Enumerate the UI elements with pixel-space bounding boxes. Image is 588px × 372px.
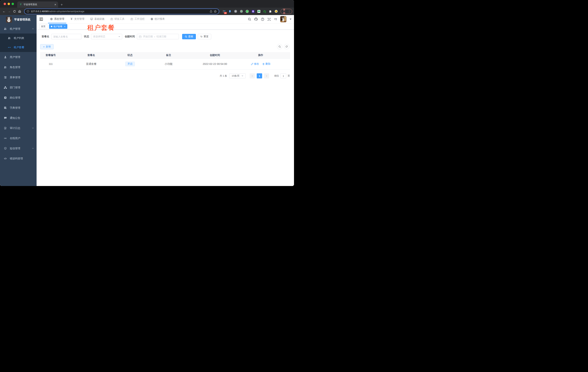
refresh-table-icon[interactable]: [284, 44, 289, 49]
table-setting-buttons: [277, 44, 289, 49]
goto-page-input[interactable]: [280, 73, 286, 78]
sidebar-item-post-mgmt[interactable]: 岗位管理: [0, 93, 37, 103]
nav-item-devtools[interactable]: 研发工具: [108, 15, 126, 23]
table-header-row: 套餐编号 套餐名 状态 备注 创建时间 操作: [40, 52, 290, 58]
caret-down-icon[interactable]: [290, 19, 292, 20]
fullscreen-icon[interactable]: [267, 17, 271, 21]
reset-button-label: 重置: [204, 35, 209, 38]
profile-avatar-icon[interactable]: [275, 10, 278, 13]
package-name-input[interactable]: [51, 34, 82, 39]
sidebar-item-user-mgmt[interactable]: 用户管理: [0, 52, 37, 62]
new-tab-button[interactable]: +: [61, 3, 63, 7]
goto-label: 前往: [274, 74, 279, 77]
nav-item-system[interactable]: 系统管理: [48, 15, 66, 23]
filter-status-label: 状态: [84, 35, 89, 38]
help-icon[interactable]: [261, 17, 264, 21]
font-size-icon[interactable]: TT: [274, 17, 277, 21]
error-code-icon: [4, 157, 7, 160]
sidebar-item-error-code[interactable]: 错误码管理: [0, 153, 37, 164]
sidebar-item-dict-mgmt[interactable]: 字典管理: [0, 103, 37, 113]
header-right-icons: TT 0:3069: [248, 15, 292, 23]
url-bar[interactable]: 127.0.0.1:48080/admin-ui/system/tenant/p…: [24, 9, 219, 14]
nav-item-infra[interactable]: 基础设施: [88, 15, 106, 23]
nav-item-label: 工作流程: [135, 17, 145, 21]
extension-shield-icon[interactable]: [252, 10, 254, 13]
home-icon[interactable]: [17, 9, 22, 14]
extension-command-icon[interactable]: ⌘: [234, 10, 237, 13]
column-header: 操作: [231, 52, 290, 58]
zoom-window-button[interactable]: [11, 3, 14, 5]
sidebar-item-label: 岗位管理: [10, 96, 34, 99]
sidebar-item-dept-mgmt[interactable]: 部门管理: [0, 82, 37, 93]
sidebar-item-tenant-package[interactable]: 租户套餐: [0, 43, 37, 52]
close-icon[interactable]: ✕: [64, 25, 65, 28]
search-button[interactable]: 搜索: [182, 34, 196, 39]
back-icon[interactable]: ←: [2, 9, 6, 14]
table-toolbar: + 新增: [40, 44, 290, 49]
nav-item-label: 系统管理: [54, 17, 64, 21]
nav-item-workflow[interactable]: 工作流程: [128, 15, 147, 23]
tab-active-dot-icon: [51, 26, 52, 27]
svg-text:⌘: ⌘: [235, 11, 236, 12]
prev-page-button[interactable]: [250, 73, 255, 78]
reset-button[interactable]: ↻ 重置: [198, 34, 211, 39]
add-button[interactable]: + 新增: [40, 44, 53, 49]
extension-chat-icon[interactable]: [257, 10, 260, 13]
sidebar-item-online-users[interactable]: 在线用户: [0, 133, 37, 143]
search-icon[interactable]: [248, 17, 251, 21]
url-text[interactable]: 127.0.0.1:48080/admin-ui/system/tenant/p…: [31, 10, 208, 13]
sidebar-logo-row[interactable]: 芋道管理系统: [0, 15, 37, 24]
extension-y-icon[interactable]: y: [246, 10, 249, 13]
date-start-placeholder: 开始日期: [143, 35, 153, 38]
sidebar-item-menu-mgmt[interactable]: 菜单管理: [0, 72, 37, 82]
site-info-icon[interactable]: [27, 10, 29, 13]
status-select[interactable]: 请选择状态: [91, 34, 122, 39]
chrome-menu-kebab-icon[interactable]: ⋮: [288, 10, 291, 13]
sidebar-item-role-mgmt[interactable]: 角色管理: [0, 62, 37, 72]
share-icon[interactable]: [210, 10, 212, 13]
tab-home[interactable]: 首页: [39, 24, 47, 29]
extensions-puzzle-icon[interactable]: [269, 10, 272, 13]
tab-close-icon[interactable]: ✕: [54, 3, 56, 6]
delete-link[interactable]: 删除: [262, 62, 271, 65]
nav-item-payment[interactable]: ¥ 支付管理: [68, 15, 86, 23]
toggle-search-icon[interactable]: [277, 44, 282, 49]
extension-star-icon[interactable]: [263, 10, 266, 13]
chevron-up-icon: [32, 28, 34, 30]
date-range-picker[interactable]: 开始日期 - 结束日期: [137, 34, 179, 39]
extension-gem-icon[interactable]: [228, 10, 231, 13]
bookmark-star-icon[interactable]: [214, 10, 217, 13]
nav-item-label: 基础设施: [94, 17, 105, 21]
forward-icon[interactable]: →: [7, 9, 11, 14]
reload-icon[interactable]: [12, 9, 17, 14]
page-size-select[interactable]: 10条/页: [229, 73, 246, 78]
github-icon[interactable]: [254, 17, 258, 21]
sidebar-item-tenant-group[interactable]: 租户管理: [0, 24, 37, 33]
close-window-button[interactable]: [4, 3, 6, 5]
next-page-button[interactable]: [264, 73, 269, 78]
sidebar-item-label: 审计日志: [10, 127, 29, 130]
extensions-row: 10 ⌘ y: [222, 10, 278, 13]
sidebar-submenu-tenant: 租户列表 租户套餐: [0, 33, 37, 52]
extension-dot-icon[interactable]: [240, 10, 243, 13]
extension-grid-icon[interactable]: 10: [222, 10, 226, 13]
sidebar-item-label: 字典管理: [10, 106, 34, 110]
minimize-window-button[interactable]: [8, 3, 10, 5]
sidebar-item-sms-mgmt[interactable]: 短信管理: [0, 143, 37, 153]
user-avatar[interactable]: 0:3069: [280, 16, 286, 22]
sidebar-item-notice[interactable]: 通知公告: [0, 113, 37, 123]
chrome-update-button[interactable]: 更新 ⋮: [281, 9, 292, 14]
sidebar-item-audit-log[interactable]: 审计日志: [0, 123, 37, 133]
nav-item-reports[interactable]: 统计报表: [148, 15, 167, 23]
browser-window: 芋道管理系统 ✕ + ← → 127.0.0.1:48080/admin-ui/…: [0, 0, 294, 186]
svg-text:0:30: 0:30: [281, 21, 283, 22]
tab-tenant-package[interactable]: 租户套餐 ✕: [49, 24, 67, 29]
sidebar-item-tenant-list[interactable]: 租户列表: [0, 33, 37, 43]
package-name-input-field[interactable]: [53, 35, 79, 38]
browser-tab[interactable]: 芋道管理系统 ✕: [17, 1, 58, 8]
edit-link[interactable]: 修改: [251, 62, 259, 65]
cell-status: 开启: [121, 58, 139, 69]
collapse-sidebar-icon[interactable]: [40, 15, 43, 23]
page-number-button[interactable]: 1: [257, 73, 262, 78]
page-unit-label: 页: [288, 74, 290, 77]
